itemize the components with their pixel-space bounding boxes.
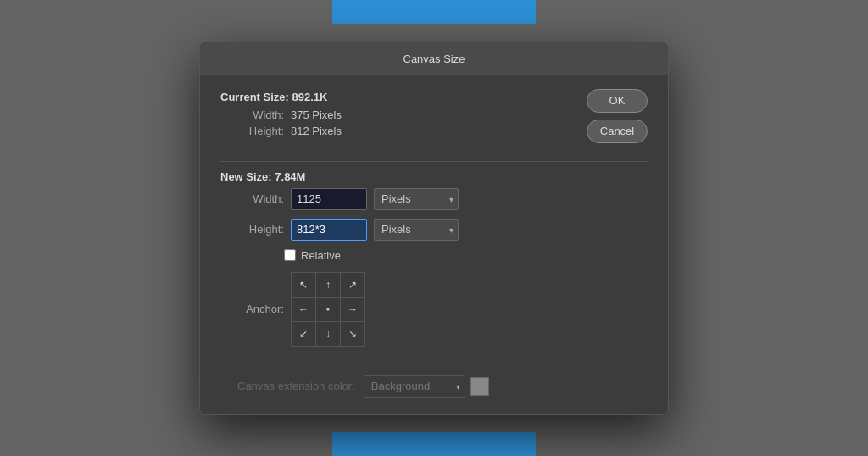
blue-bar-bottom — [332, 432, 536, 456]
current-height-value: 812 Pixels — [291, 125, 342, 137]
new-size-section: New Size: 7.84M Width: Pixels Inches Cen… — [220, 170, 648, 360]
width-unit-wrapper: Pixels Inches Centimeters Millimeters Po… — [374, 188, 459, 210]
canvas-size-dialog: Canvas Size Current Size: 892.1K Width: … — [199, 42, 669, 415]
anchor-nw[interactable] — [292, 273, 315, 297]
extension-label: Canvas extension color: — [237, 380, 355, 392]
dialog-title: Canvas Size — [403, 53, 465, 65]
extension-select-wrapper: Background Foreground White Black Gray O… — [364, 375, 465, 398]
anchor-grid — [291, 272, 365, 347]
anchor-n[interactable] — [316, 273, 340, 297]
extension-color-select[interactable]: Background Foreground White Black Gray O… — [364, 375, 465, 398]
anchor-row: Anchor: — [220, 272, 648, 347]
blue-bar-top — [332, 0, 536, 24]
height-input[interactable] — [291, 219, 367, 241]
width-unit-select[interactable]: Pixels Inches Centimeters Millimeters Po… — [374, 188, 459, 210]
anchor-label: Anchor: — [237, 303, 284, 315]
dialog-titlebar: Canvas Size — [200, 42, 668, 75]
height-unit-select[interactable]: Pixels Inches Centimeters Millimeters Po… — [374, 219, 459, 241]
new-height-label: Height: — [237, 223, 284, 236]
new-size-header: New Size: 7.84M — [220, 170, 648, 183]
new-height-row: Height: Pixels Inches Centimeters Millim… — [220, 219, 648, 241]
anchor-ne[interactable] — [341, 273, 364, 297]
anchor-w[interactable] — [292, 298, 315, 321]
cancel-button[interactable]: Cancel — [587, 120, 648, 143]
current-width-label: Width: — [237, 108, 284, 121]
current-size-header: Current Size: 892.1K — [220, 91, 648, 103]
extension-color-swatch[interactable] — [470, 377, 489, 396]
current-width-row: Width: 375 Pixels — [220, 108, 648, 121]
anchor-center[interactable] — [316, 298, 340, 321]
anchor-se[interactable] — [341, 322, 364, 346]
anchor-sw[interactable] — [292, 322, 315, 346]
relative-checkbox[interactable] — [284, 249, 296, 261]
anchor-e[interactable] — [341, 298, 364, 321]
height-unit-wrapper: Pixels Inches Centimeters Millimeters Po… — [374, 219, 459, 241]
ok-button[interactable]: OK — [587, 89, 648, 113]
current-height-label: Height: — [237, 125, 284, 137]
width-input[interactable] — [291, 188, 367, 210]
current-height-row: Height: 812 Pixels — [220, 125, 648, 137]
button-group: OK Cancel — [587, 89, 648, 143]
current-width-value: 375 Pixels — [291, 108, 342, 121]
anchor-s[interactable] — [316, 322, 340, 346]
new-width-label: Width: — [237, 192, 284, 205]
extension-row: Canvas extension color: Background Foreg… — [220, 375, 648, 398]
new-width-row: Width: Pixels Inches Centimeters Millime… — [220, 188, 648, 210]
current-size-section: Current Size: 892.1K Width: 375 Pixels H… — [220, 91, 648, 141]
divider — [220, 161, 648, 162]
relative-row: Relative — [220, 249, 648, 262]
relative-label[interactable]: Relative — [301, 249, 341, 262]
